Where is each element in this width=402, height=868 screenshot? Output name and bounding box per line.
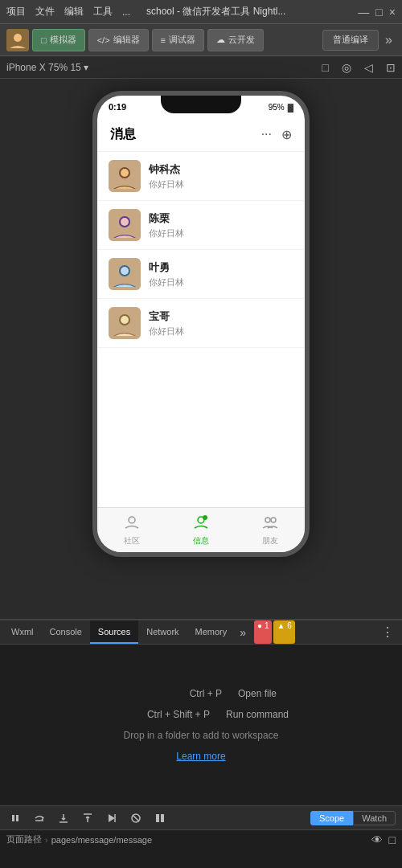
- cloud-icon: ☁: [216, 35, 225, 45]
- devtools-panel: Wxml Console Sources Network Memory » ● …: [0, 619, 402, 868]
- menu-item-edit[interactable]: 编辑: [64, 5, 84, 18]
- friends-label: 朋友: [262, 535, 278, 547]
- menu-item-more[interactable]: ...: [122, 6, 130, 18]
- tab-network[interactable]: Network: [138, 620, 187, 644]
- chat-msg-3: 你好日林: [149, 276, 293, 289]
- copy-icon[interactable]: □: [389, 833, 396, 846]
- pause-resume-button[interactable]: [6, 809, 24, 827]
- friends-icon: [262, 514, 278, 534]
- cloud-label: 云开发: [228, 34, 255, 46]
- devtools-settings-icon[interactable]: ⋮: [376, 620, 399, 644]
- editor-icon: </>: [97, 35, 110, 45]
- cloud-button[interactable]: ☁ 云开发: [207, 29, 264, 51]
- deactivate-button[interactable]: [127, 809, 145, 827]
- chat-name-2: 陈栗: [149, 211, 293, 226]
- svg-point-4: [121, 169, 129, 177]
- nav-item-community[interactable]: 社区: [97, 514, 166, 547]
- chat-msg-2: 你好日林: [149, 227, 293, 240]
- status-right: 95% ▓: [269, 103, 293, 112]
- device-rotate-icon[interactable]: ◁: [364, 61, 373, 74]
- device-screen-icon[interactable]: □: [322, 61, 329, 74]
- tab-console[interactable]: Console: [42, 620, 90, 644]
- step-over-button[interactable]: [31, 809, 48, 827]
- devtools-content: Ctrl + P Open file Ctrl + Shift + P Run …: [0, 645, 402, 805]
- chat-info-4: 宝哥 你好日林: [149, 309, 293, 338]
- error-badge: ● 1: [254, 620, 272, 644]
- menu-item-tools[interactable]: 工具: [93, 5, 113, 18]
- toolbar-more-icon[interactable]: »: [382, 33, 396, 47]
- simulator-label: 模拟器: [50, 34, 76, 46]
- chat-info-1: 钟科杰 你好日林: [149, 162, 293, 190]
- avatar[interactable]: [6, 29, 29, 51]
- tab-sources[interactable]: Sources: [90, 620, 138, 644]
- watch-button[interactable]: Watch: [353, 811, 396, 825]
- breadcrumb-path[interactable]: pages/message/message: [51, 835, 152, 845]
- battery-percent: 95%: [269, 103, 285, 112]
- minimize-button[interactable]: —: [358, 6, 369, 18]
- simulator-area: 0:19 95% ▓ 消息 ··· ⊕: [0, 79, 402, 569]
- chat-item[interactable]: 叶勇 你好日林: [97, 250, 305, 299]
- learn-more-link[interactable]: Learn more: [176, 751, 225, 762]
- debugger-label: 调试器: [169, 34, 195, 46]
- device-settings-icon[interactable]: ⊡: [386, 61, 396, 74]
- step-into-button[interactable]: [55, 809, 72, 827]
- chat-item[interactable]: 钟科杰 你好日林: [97, 152, 305, 201]
- app-header: 消息 ··· ⊕: [97, 118, 305, 152]
- tab-console-label: Console: [50, 627, 82, 637]
- chat-name-1: 钟科杰: [149, 162, 293, 177]
- breadcrumb-separator: ›: [45, 835, 48, 845]
- debugger-icon: ≡: [161, 35, 166, 45]
- svg-point-17: [265, 518, 270, 522]
- menu-item-file[interactable]: 文件: [35, 5, 55, 18]
- app-header-icons: ··· ⊕: [261, 127, 292, 142]
- devtools-breadcrumb: 页面路径 › pages/message/message 👁 □: [0, 829, 402, 849]
- editor-button[interactable]: </> 编辑器: [88, 29, 149, 51]
- debugger-button[interactable]: ≡ 调试器: [152, 29, 204, 51]
- simulator-button[interactable]: □ 模拟器: [32, 29, 85, 51]
- tab-sources-label: Sources: [98, 627, 130, 637]
- device-icons: □ ◎ ◁ ⊡: [322, 61, 396, 74]
- pause-exceptions-button[interactable]: [151, 809, 169, 827]
- nav-item-messages[interactable]: 信息: [166, 514, 236, 547]
- tab-memory[interactable]: Memory: [187, 620, 236, 644]
- svg-rect-20: [16, 815, 18, 821]
- devtools-bottom-toolbar: Scope Watch: [0, 805, 402, 829]
- scope-button[interactable]: Scope: [310, 811, 353, 825]
- chat-msg-4: 你好日林: [149, 326, 293, 338]
- chat-item[interactable]: 宝哥 你好日林: [97, 299, 305, 348]
- add-contact-icon[interactable]: ⊕: [281, 127, 292, 142]
- status-time: 0:19: [109, 102, 126, 112]
- phone-notch: [161, 96, 241, 113]
- device-label[interactable]: iPhone X 75% 15 ▾: [6, 62, 88, 73]
- menu-bar: 项目 文件 编辑 工具 ... school - 微信开发者工具 Nightl.…: [0, 0, 402, 24]
- chat-info-3: 叶勇 你好日林: [149, 260, 293, 289]
- avatar-yeyong: [109, 258, 141, 290]
- menu-dots-icon[interactable]: ···: [261, 127, 272, 142]
- tab-memory-label: Memory: [195, 627, 228, 637]
- step-out-button[interactable]: [79, 809, 96, 827]
- toolbar: □ 模拟器 </> 编辑器 ≡ 调试器 ☁ 云开发 普通编译 »: [0, 24, 402, 56]
- preview-icon[interactable]: 👁: [371, 833, 383, 846]
- chat-name-3: 叶勇: [149, 260, 293, 275]
- device-record-icon[interactable]: ◎: [342, 61, 351, 74]
- nav-item-friends[interactable]: 朋友: [236, 514, 305, 547]
- breadcrumb-base: 页面路径: [6, 833, 42, 845]
- editor-label: 编辑器: [113, 34, 140, 46]
- messages-label: 信息: [193, 535, 209, 547]
- tab-network-label: Network: [146, 627, 178, 637]
- avatar-zhongkejie: [109, 160, 141, 192]
- maximize-button[interactable]: □: [375, 6, 382, 18]
- chat-name-4: 宝哥: [149, 309, 293, 324]
- shortcut-key-1: Ctrl + P: [125, 688, 222, 699]
- device-bar: iPhone X 75% 15 ▾ □ ◎ ◁ ⊡: [0, 56, 402, 79]
- community-label: 社区: [124, 535, 140, 547]
- compile-button[interactable]: 普通编译: [322, 30, 379, 51]
- svg-line-28: [133, 815, 139, 821]
- menu-item-project[interactable]: 项目: [6, 5, 26, 18]
- continue-button[interactable]: [103, 809, 121, 827]
- tab-wxml[interactable]: Wxml: [3, 620, 42, 644]
- breadcrumb-icons: 👁 □: [371, 833, 396, 846]
- chat-item[interactable]: 陈栗 你好日林: [97, 201, 305, 250]
- close-button[interactable]: ×: [389, 6, 396, 18]
- tab-more-icon[interactable]: »: [235, 620, 251, 644]
